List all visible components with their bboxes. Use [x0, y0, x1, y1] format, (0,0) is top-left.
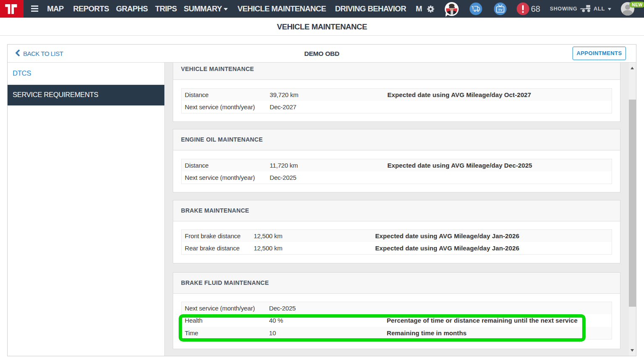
- svg-text:TV: TV: [498, 8, 503, 12]
